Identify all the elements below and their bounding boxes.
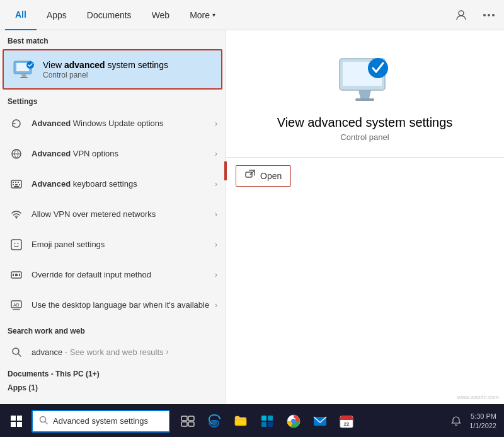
arrow-icon: › [215, 210, 217, 219]
best-match-item[interactable]: View advanced system settings Control pa… [3, 49, 222, 90]
vpn-icon [8, 145, 25, 163]
open-icon [245, 170, 255, 182]
list-item[interactable]: Advanced keyboard settings › [0, 169, 225, 199]
svg-rect-49 [261, 416, 266, 421]
nav-tabs: All Apps Documents Web More ▾ [0, 0, 504, 30]
tab-documents[interactable]: Documents [77, 0, 142, 30]
taskbar-search-text: Advanced system settings [53, 416, 148, 426]
svg-rect-25 [19, 274, 20, 276]
right-panel-subtitle: Control panel [340, 132, 389, 142]
right-panel: View advanced system settings Control pa… [226, 30, 504, 404]
open-button[interactable]: Open [236, 165, 291, 187]
input-method-icon [8, 266, 25, 284]
svg-line-30 [18, 354, 21, 356]
store-icon[interactable] [255, 407, 280, 435]
arrow-icon: › [215, 180, 217, 189]
system-settings-large-icon [336, 55, 393, 105]
svg-rect-48 [235, 420, 246, 425]
svg-point-2 [488, 14, 490, 16]
tab-apps[interactable]: Apps [37, 0, 77, 30]
svg-text:22: 22 [344, 421, 350, 427]
best-match-subtitle: Control panel [43, 71, 168, 79]
taskbar: Advanced system settings [0, 404, 504, 437]
file-explorer-icon[interactable] [228, 407, 253, 435]
settings-item-text: Allow VPN over metered networks [32, 209, 212, 220]
system-settings-icon [11, 57, 37, 82]
language-icon: AB [8, 296, 25, 314]
svg-rect-46 [181, 422, 187, 426]
arrow-icon: › [215, 119, 217, 128]
svg-rect-13 [18, 182, 19, 183]
svg-rect-59 [340, 419, 353, 420]
open-button-row: Open [226, 158, 504, 194]
search-icon [8, 343, 25, 361]
list-item[interactable]: Allow VPN over metered networks › [0, 199, 225, 230]
red-marker [224, 161, 227, 180]
svg-rect-47 [188, 422, 194, 426]
svg-rect-17 [14, 186, 19, 187]
svg-rect-44 [181, 416, 187, 421]
svg-point-18 [16, 217, 18, 219]
right-panel-title: View advanced system settings [277, 115, 453, 130]
notification-icon[interactable] [447, 407, 466, 435]
svg-line-43 [45, 422, 48, 424]
taskbar-search[interactable]: Advanced system settings [32, 410, 170, 433]
more-options-icon[interactable] [479, 5, 499, 25]
list-item[interactable]: Emoji panel settings › [0, 230, 225, 260]
chrome-icon[interactable] [281, 407, 306, 435]
svg-rect-16 [19, 184, 20, 185]
list-item[interactable]: Advanced VPN options › [0, 139, 225, 169]
mail-icon[interactable] [307, 407, 333, 435]
svg-rect-51 [261, 422, 266, 427]
tab-more[interactable]: More ▾ [180, 0, 226, 30]
chevron-down-icon: ▾ [212, 11, 215, 18]
svg-rect-14 [13, 184, 14, 185]
list-item[interactable]: AB Use the desktop language bar when it'… [0, 290, 225, 320]
svg-point-20 [14, 243, 16, 244]
svg-point-3 [492, 14, 495, 16]
list-item[interactable]: Override for default input method › [0, 260, 225, 290]
tab-web[interactable]: Web [142, 0, 180, 30]
svg-rect-23 [13, 274, 14, 276]
start-menu: All Apps Documents Web More ▾ [0, 0, 504, 437]
svg-rect-19 [11, 240, 21, 250]
svg-rect-39 [17, 416, 22, 421]
start-button[interactable] [3, 407, 30, 435]
apps-label: Apps (1) [0, 380, 225, 393]
watermark: www.wsxdn.com [457, 394, 499, 400]
search-web-text: advance - See work and web results [32, 347, 164, 357]
arrow-icon: › [215, 240, 217, 249]
list-item[interactable]: Advanced Windows Update options › [0, 108, 225, 139]
calendar-icon[interactable]: 22 [334, 407, 359, 435]
svg-rect-24 [15, 274, 18, 276]
tab-all[interactable]: All [5, 0, 37, 30]
svg-marker-33 [358, 90, 371, 98]
account-icon[interactable] [451, 5, 471, 25]
arrow-icon: › [215, 271, 217, 279]
taskbar-search-icon [39, 416, 48, 426]
svg-rect-50 [268, 416, 273, 421]
search-web-label: Search work and web [0, 320, 225, 338]
svg-rect-11 [13, 182, 14, 183]
search-web-item[interactable]: advance - See work and web results › [0, 338, 225, 366]
arrow-icon: › [215, 149, 217, 158]
settings-list: Advanced Windows Update options › Advanc… [0, 108, 225, 320]
keyboard-icon [8, 175, 25, 193]
main-content: Best match View adv [0, 30, 504, 404]
settings-label: Settings [0, 91, 225, 108]
wifi-icon [8, 206, 25, 223]
svg-point-0 [459, 11, 464, 16]
svg-rect-38 [11, 416, 16, 421]
svg-rect-7 [20, 77, 28, 78]
svg-rect-52 [268, 422, 273, 427]
nav-right-icons [451, 5, 499, 25]
edge-icon[interactable] [202, 407, 227, 435]
settings-item-text: Advanced Windows Update options [32, 119, 212, 129]
svg-rect-34 [355, 98, 374, 101]
arrow-icon: › [215, 301, 217, 310]
svg-rect-12 [15, 182, 16, 183]
arrow-icon: › [166, 347, 169, 356]
svg-point-21 [18, 243, 19, 244]
settings-item-text: Advanced VPN options [32, 149, 212, 160]
task-view-button[interactable] [175, 407, 200, 435]
